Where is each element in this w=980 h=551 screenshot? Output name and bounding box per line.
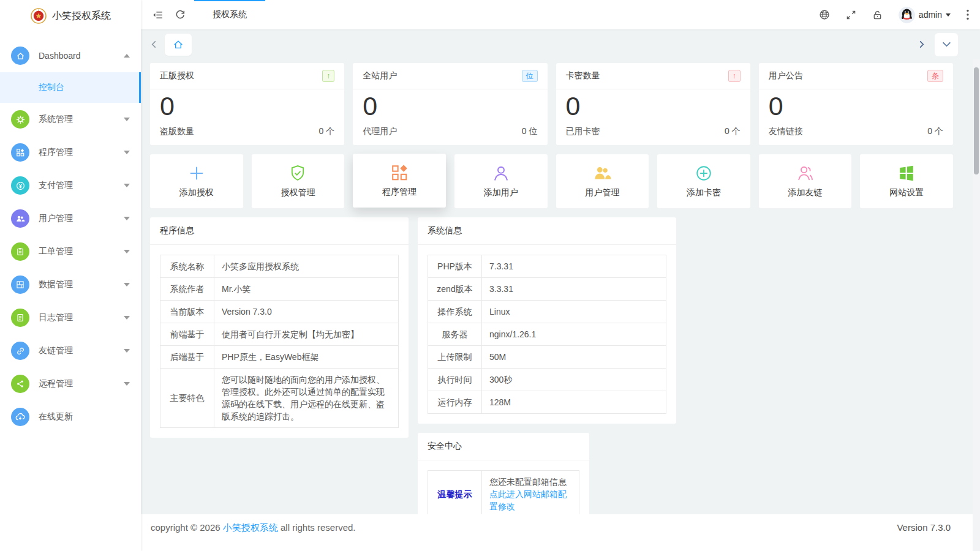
table-row: 运行内存128M — [428, 391, 666, 414]
version-label: Version 7.3.0 — [897, 522, 951, 533]
sidebar-item-label: 友链管理 — [39, 345, 124, 356]
chevron-down-icon — [124, 217, 130, 220]
brand: 小笑授权系统 — [0, 0, 141, 32]
table-row: 后端基于PHP原生，EasyWeb框架 — [160, 346, 399, 369]
app-root: 小笑授权系统 Dashboard 控制台 系统管理 — [0, 0, 980, 551]
sidebar-item-label: 日志管理 — [39, 312, 124, 323]
up-arrow-badge: ↑ — [322, 70, 334, 82]
stat-title: 全站用户 — [363, 70, 397, 81]
action-label: 添加用户 — [484, 187, 518, 198]
footer-brand-link[interactable]: 小笑授权系统 — [223, 522, 278, 533]
avatar — [899, 7, 915, 23]
program-info-table: 系统名称小笑多应用授权系统 系统作者Mr.小笑 当前版本Version 7.3.… — [160, 255, 399, 428]
security-table: 温馨提示 您还未配置邮箱信息 点此进入网站邮箱配置修改 — [428, 470, 579, 514]
action-add-cardkey[interactable]: 添加卡密 — [657, 154, 750, 208]
copyright: copyright © 2026 小笑授权系统 all rights reser… — [151, 522, 356, 534]
action-label: 添加卡密 — [687, 187, 721, 198]
tabs-scroll-right-button[interactable] — [918, 40, 925, 49]
user-menu[interactable]: admin — [899, 7, 951, 23]
stat-value: 0 — [556, 89, 750, 126]
app-title: 小笑授权系统 — [52, 10, 111, 23]
action-add-license[interactable]: 添加授权 — [150, 154, 243, 208]
topbar-actions: admin — [819, 7, 980, 23]
app-logo-icon — [31, 8, 47, 24]
chevron-down-icon — [942, 42, 951, 47]
sidebar-item-label: 数据管理 — [39, 279, 124, 290]
action-label: 网站设置 — [889, 187, 924, 198]
table-row: 系统作者Mr.小笑 — [160, 278, 399, 301]
shield-check-icon — [288, 164, 307, 182]
unit-badge: 位 — [522, 70, 538, 82]
lock-screen-button[interactable] — [872, 10, 883, 20]
sidebar-item-label: Dashboard — [39, 51, 124, 61]
system-info-table: PHP版本7.3.31 zend版本3.3.31 操作系统Linux 服务器ng… — [428, 255, 666, 414]
unit-badge: 条 — [927, 70, 943, 82]
person-add-icon — [796, 164, 815, 182]
chevron-up-icon — [124, 54, 130, 58]
action-add-friendlink[interactable]: 添加友链 — [759, 154, 852, 208]
email-config-link[interactable]: 点此进入网站邮箱配置修改 — [489, 488, 571, 512]
action-user-mgmt[interactable]: 用户管理 — [556, 154, 649, 208]
home-tab[interactable] — [165, 34, 192, 56]
tab-auth-system[interactable]: 授权系统 — [194, 0, 265, 29]
table-row: 当前版本Version 7.3.0 — [160, 301, 399, 323]
sidebar: 小笑授权系统 Dashboard 控制台 系统管理 — [0, 0, 141, 551]
tip-label: 温馨提示 — [428, 471, 482, 515]
sidebar-item-console[interactable]: 控制台 — [0, 72, 141, 103]
table-row: zend版本3.3.31 — [428, 278, 666, 301]
sidebar-subitem-label: 控制台 — [39, 82, 64, 93]
action-label: 授权管理 — [281, 187, 315, 198]
action-label: 程序管理 — [382, 187, 417, 198]
stat-footer-label: 已用卡密 — [566, 126, 600, 137]
stat-card-cardkeys: 卡密数量 ↑ 0 已用卡密 0 个 — [556, 63, 750, 145]
sidebar-item-label: 在线更新 — [39, 411, 130, 422]
topbar: 授权系统 admin — [141, 0, 980, 29]
table-row: 前端基于使用者可自行开发定制【均无加密】 — [160, 323, 399, 346]
sidebar-item-remote-mgmt[interactable]: 远程管理 — [0, 367, 141, 400]
refresh-button[interactable] — [175, 9, 186, 20]
panel-title: 安全中心 — [418, 433, 589, 460]
sidebar-item-data-mgmt[interactable]: 数据管理 — [0, 268, 141, 301]
action-site-settings[interactable]: 网站设置 — [860, 154, 953, 208]
person-icon — [492, 164, 510, 182]
chevron-down-icon — [124, 382, 130, 386]
scrollbar-track[interactable] — [973, 59, 980, 551]
collapse-menu-button[interactable] — [152, 9, 164, 21]
security-center-panel: 安全中心 温馨提示 您还未配置邮箱信息 点此进入网站邮箱配置修改 — [418, 433, 589, 514]
stat-footer-value: 0 个 — [927, 126, 943, 137]
sidebar-item-system-mgmt[interactable]: 系统管理 — [0, 103, 141, 136]
stat-card-licensed: 正版授权 ↑ 0 盗版数量 0 个 — [150, 63, 344, 145]
tabs-scroll-left-button[interactable] — [151, 40, 157, 49]
sidebar-item-program-mgmt[interactable]: 程序管理 — [0, 136, 141, 169]
action-program-mgmt[interactable]: 程序管理 — [353, 154, 446, 208]
sidebar-item-ticket-mgmt[interactable]: 工单管理 — [0, 235, 141, 268]
table-row: 执行时间300秒 — [428, 369, 666, 391]
language-globe-button[interactable] — [819, 9, 830, 20]
sidebar-item-label: 程序管理 — [39, 147, 124, 158]
panel-title: 系统信息 — [418, 217, 676, 245]
home-icon — [11, 47, 29, 65]
chevron-down-icon — [124, 151, 130, 154]
sidebar-item-online-update[interactable]: 在线更新 — [0, 400, 141, 433]
scrollbar-thumb[interactable] — [974, 67, 979, 174]
fullscreen-button[interactable] — [846, 10, 856, 20]
sidebar-item-log-mgmt[interactable]: 日志管理 — [0, 301, 141, 334]
action-add-user[interactable]: 添加用户 — [454, 154, 548, 208]
sidebar-item-payment-mgmt[interactable]: 支付管理 — [0, 169, 141, 202]
sidebar-item-dashboard[interactable]: Dashboard — [0, 39, 141, 72]
sidebar-item-label: 系统管理 — [39, 114, 124, 125]
chevron-down-icon — [946, 13, 951, 17]
sidebar-item-user-mgmt[interactable]: 用户管理 — [0, 202, 141, 235]
cloud-download-icon — [11, 408, 29, 426]
chevron-down-icon — [124, 184, 130, 187]
tabs-menu-button[interactable] — [935, 33, 958, 56]
stat-cards: 正版授权 ↑ 0 盗版数量 0 个 全站用户 位 0 代理用户 0 位 — [150, 63, 953, 145]
sidebar-item-friendlink-mgmt[interactable]: 友链管理 — [0, 334, 141, 367]
action-license-mgmt[interactable]: 授权管理 — [252, 154, 345, 208]
chevron-down-icon — [124, 118, 130, 121]
stat-value: 0 — [150, 89, 344, 126]
sidebar-item-label: 支付管理 — [39, 180, 124, 191]
system-info-panel: 系统信息 PHP版本7.3.31 zend版本3.3.31 操作系统Linux … — [418, 217, 676, 424]
table-row: PHP版本7.3.31 — [428, 255, 666, 278]
more-menu-button[interactable] — [967, 9, 969, 20]
